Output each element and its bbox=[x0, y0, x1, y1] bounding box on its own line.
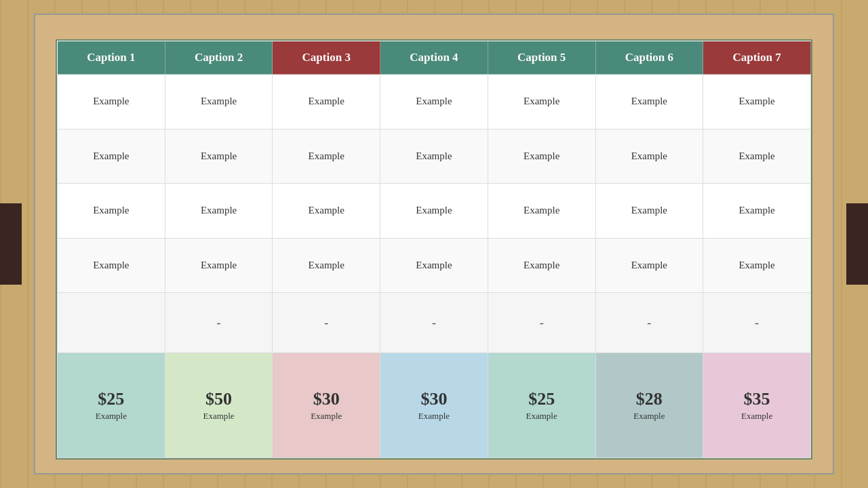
price-label-4: Example bbox=[418, 411, 450, 421]
price-value-5: $25 bbox=[494, 389, 590, 409]
dash-cell-6: - bbox=[595, 293, 703, 353]
cell-r1-c4: Example bbox=[380, 75, 488, 129]
cell-r1-c3: Example bbox=[273, 75, 380, 129]
price-value-6: $28 bbox=[601, 389, 698, 409]
header-col-5: Caption 5 bbox=[488, 41, 595, 75]
price-cell-7: $35Example bbox=[703, 353, 811, 458]
price-cell-2: $50Example bbox=[165, 353, 273, 458]
dash-cell-1 bbox=[58, 293, 165, 353]
price-value-2: $50 bbox=[171, 389, 267, 409]
header-col-4: Caption 4 bbox=[380, 41, 488, 75]
cell-r4-c5: Example bbox=[488, 238, 595, 293]
table-row: ExampleExampleExampleExampleExampleExamp… bbox=[58, 238, 811, 293]
cell-r1-c6: Example bbox=[595, 75, 703, 129]
price-label-2: Example bbox=[203, 411, 234, 421]
price-row: $25Example$50Example$30Example$30Example… bbox=[58, 353, 811, 458]
header-col-1: Caption 1 bbox=[58, 41, 165, 75]
dash-cell-4: - bbox=[380, 293, 488, 353]
side-bar-left bbox=[0, 203, 22, 285]
price-label-3: Example bbox=[311, 411, 342, 421]
table-row: ExampleExampleExampleExampleExampleExamp… bbox=[58, 75, 811, 129]
header-row: Caption 1Caption 2Caption 3Caption 4Capt… bbox=[58, 41, 811, 75]
slide-container: Caption 1Caption 2Caption 3Caption 4Capt… bbox=[34, 14, 834, 474]
cell-r4-c1: Example bbox=[58, 238, 165, 293]
header-col-3: Caption 3 bbox=[273, 41, 380, 75]
price-cell-5: $25Example bbox=[488, 353, 595, 458]
cell-r2-c7: Example bbox=[703, 129, 811, 184]
comparison-table: Caption 1Caption 2Caption 3Caption 4Capt… bbox=[57, 41, 811, 458]
price-cell-6: $28Example bbox=[595, 353, 703, 458]
cell-r3-c6: Example bbox=[595, 184, 703, 239]
cell-r3-c4: Example bbox=[380, 184, 488, 239]
table-row: ExampleExampleExampleExampleExampleExamp… bbox=[58, 184, 811, 239]
cell-r4-c2: Example bbox=[165, 238, 273, 293]
price-cell-3: $30Example bbox=[273, 353, 380, 458]
cell-r3-c5: Example bbox=[488, 184, 595, 239]
price-label-6: Example bbox=[633, 411, 665, 421]
cell-r2-c4: Example bbox=[380, 129, 488, 184]
price-value-1: $25 bbox=[63, 389, 159, 409]
cell-r2-c5: Example bbox=[488, 129, 595, 184]
price-cell-1: $25Example bbox=[58, 353, 165, 458]
cell-r3-c7: Example bbox=[703, 184, 811, 239]
cell-r1-c7: Example bbox=[703, 75, 811, 129]
table-wrapper: Caption 1Caption 2Caption 3Caption 4Capt… bbox=[56, 39, 812, 460]
dash-row: ------ bbox=[58, 293, 811, 353]
cell-r3-c2: Example bbox=[165, 184, 273, 239]
cell-r3-c1: Example bbox=[58, 184, 165, 239]
dash-cell-5: - bbox=[488, 293, 595, 353]
cell-r4-c4: Example bbox=[380, 238, 488, 293]
cell-r2-c2: Example bbox=[165, 129, 273, 184]
cell-r1-c1: Example bbox=[58, 75, 165, 129]
cell-r1-c2: Example bbox=[165, 75, 273, 129]
price-label-1: Example bbox=[96, 411, 127, 421]
cell-r4-c7: Example bbox=[703, 238, 811, 293]
cell-r2-c1: Example bbox=[58, 129, 165, 184]
table-row: ExampleExampleExampleExampleExampleExamp… bbox=[58, 129, 811, 184]
dash-cell-2: - bbox=[165, 293, 273, 353]
price-label-7: Example bbox=[741, 411, 772, 421]
side-bar-right bbox=[846, 203, 868, 285]
dash-cell-3: - bbox=[273, 293, 380, 353]
price-value-3: $30 bbox=[278, 389, 374, 409]
cell-r1-c5: Example bbox=[488, 75, 595, 129]
cell-r4-c3: Example bbox=[273, 238, 380, 293]
header-col-2: Caption 2 bbox=[165, 41, 273, 75]
price-value-4: $30 bbox=[386, 389, 482, 409]
price-value-7: $35 bbox=[709, 389, 805, 409]
cell-r4-c6: Example bbox=[595, 238, 703, 293]
header-col-7: Caption 7 bbox=[703, 41, 811, 75]
cell-r2-c3: Example bbox=[273, 129, 380, 184]
cell-r3-c3: Example bbox=[273, 184, 380, 239]
price-label-5: Example bbox=[526, 411, 557, 421]
cell-r2-c6: Example bbox=[595, 129, 703, 184]
header-col-6: Caption 6 bbox=[595, 41, 703, 75]
table-body: ExampleExampleExampleExampleExampleExamp… bbox=[58, 75, 811, 458]
price-cell-4: $30Example bbox=[380, 353, 488, 458]
dash-cell-7: - bbox=[703, 293, 811, 353]
